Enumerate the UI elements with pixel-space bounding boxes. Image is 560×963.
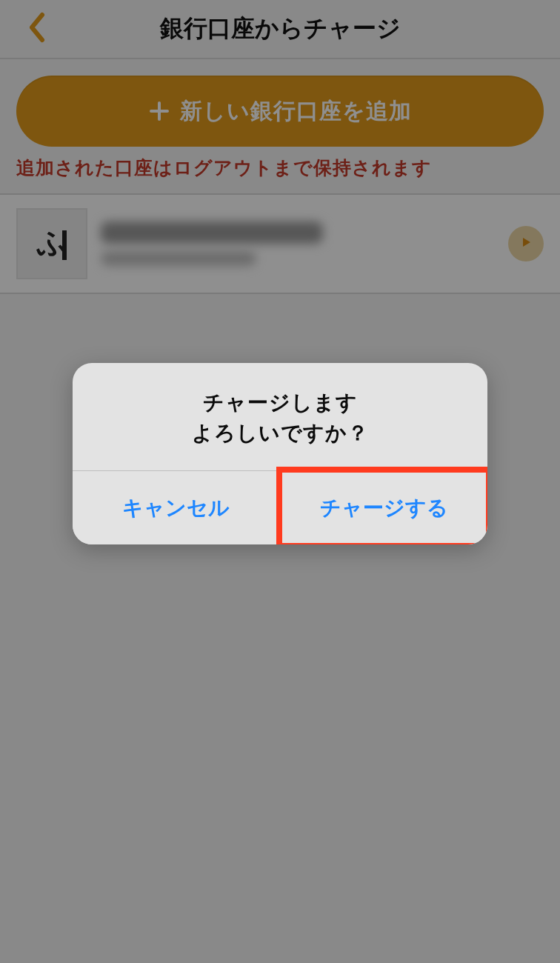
dialog-actions: キャンセル チャージする bbox=[73, 470, 487, 544]
confirm-charge-button[interactable]: チャージする bbox=[281, 471, 488, 544]
dialog-message-line2: よろしいですか？ bbox=[87, 419, 473, 449]
charge-confirm-dialog: チャージします よろしいですか？ キャンセル チャージする bbox=[73, 363, 487, 544]
cancel-button[interactable]: キャンセル bbox=[73, 471, 281, 544]
screen: 銀行口座からチャージ 新しい銀行口座を追加 追加された口座はログアウトまで保持さ… bbox=[0, 0, 560, 963]
cancel-button-label: キャンセル bbox=[122, 494, 230, 522]
confirm-charge-label: チャージする bbox=[320, 494, 448, 522]
dialog-body: チャージします よろしいですか？ bbox=[73, 363, 487, 470]
dialog-message-line1: チャージします bbox=[87, 388, 473, 419]
